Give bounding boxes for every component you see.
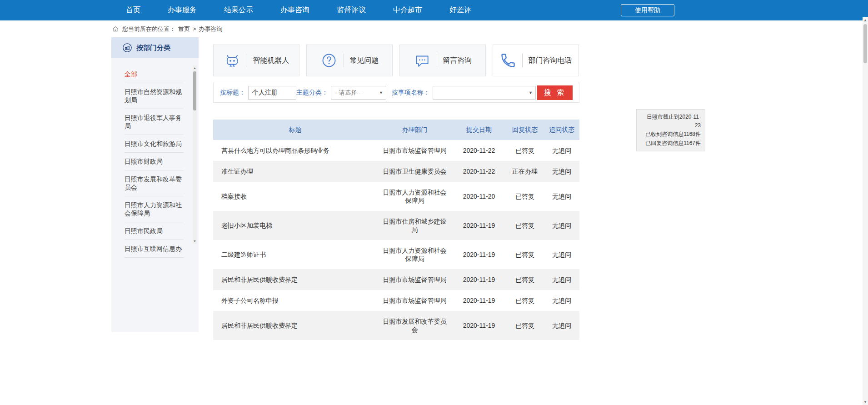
nav-item-home[interactable]: 首页 [126, 5, 140, 15]
row-followup-status: 无追问 [544, 182, 579, 211]
sidebar-item-human-resources[interactable]: 日照市人力资源和社会保障局 [125, 196, 184, 222]
breadcrumb-current: 办事咨询 [199, 25, 223, 33]
row-date: 2020-11-19 [452, 269, 506, 290]
nav-item-agency[interactable]: 中介超市 [393, 5, 422, 15]
nav-item-supervision[interactable]: 监督评议 [337, 5, 366, 15]
search-button[interactable]: 搜 索 [537, 85, 573, 100]
row-department: 日照市人力资源和社会保障局 [377, 240, 452, 269]
row-title[interactable]: 老旧小区加装电梯 [213, 211, 377, 240]
sidebar-item-all[interactable]: 全部 [125, 65, 184, 83]
item-name-select[interactable]: ▼ [433, 86, 536, 100]
row-followup-status: 无追问 [544, 290, 579, 311]
sidebar-title: 按部门分类 [136, 44, 170, 52]
sidebar-scrollbar-thumb[interactable] [193, 71, 196, 110]
top-nav: 首页 办事服务 结果公示 办事咨询 监督评议 中介超市 好差评 使用帮助 [0, 0, 868, 20]
sidebar-item-culture-tourism[interactable]: 日照市文化和旅游局 [125, 135, 184, 153]
row-date: 2020-11-19 [452, 290, 506, 311]
row-title[interactable]: 莒县什么地方可以办理商品条形码业务 [213, 140, 377, 161]
quicklink-phone-directory[interactable]: 部门咨询电话 [493, 45, 579, 76]
row-date: 2020-11-22 [452, 161, 506, 182]
sidebar-item-natural-resources[interactable]: 日照市自然资源和规划局 [125, 83, 184, 109]
row-title[interactable]: 外资子公司名称申报 [213, 290, 377, 311]
scroll-down-icon[interactable]: ▼ [863, 399, 868, 405]
help-button[interactable]: 使用帮助 [621, 4, 674, 16]
stats-line-3: 已回复咨询信息1167件 [641, 139, 701, 148]
sidebar-item-civil-affairs[interactable]: 日照市民政局 [125, 222, 184, 240]
chevron-down-icon: ▼ [379, 90, 383, 95]
category-select-value: --请选择-- [335, 89, 360, 97]
row-followup-status: 无追问 [544, 140, 579, 161]
row-reply-status: 已答复 [506, 240, 544, 269]
table-row[interactable]: 准生证办理 日照市卫生健康委员会 2020-11-22 正在办理 无追问 [213, 161, 579, 182]
search-bar: 按标题： 主题分类： --请选择-- ▼ 按事项名称： ▼ 搜 索 [213, 83, 579, 103]
card-divider [247, 54, 247, 67]
row-title[interactable]: 准生证办理 [213, 161, 377, 182]
row-followup-status: 无追问 [544, 269, 579, 290]
quicklink-label: 部门咨询电话 [529, 56, 572, 65]
card-divider [522, 54, 523, 67]
row-department: 日照市住房和城乡建设局 [377, 211, 452, 240]
sidebar-item-finance[interactable]: 日照市财政局 [125, 153, 184, 170]
scroll-up-icon[interactable]: ▲ [193, 65, 197, 70]
quicklink-smart-robot[interactable]: 智能机器人 [213, 45, 299, 76]
page-scrollbar[interactable]: ▲ ▼ [863, 17, 868, 405]
department-list: 全部 日照市自然资源和规划局 日照市退役军人事务局 日照市文化和旅游局 日照市财… [125, 65, 184, 258]
row-reply-status: 已答复 [506, 290, 544, 311]
row-reply-status: 已答复 [506, 140, 544, 161]
row-reply-status: 已答复 [506, 269, 544, 290]
breadcrumb-prefix: 您当前所在的位置： [122, 25, 175, 33]
scroll-down-icon[interactable]: ▼ [193, 239, 197, 244]
row-followup-status: 无追问 [544, 161, 579, 182]
category-label: 主题分类： [296, 89, 328, 97]
robot-icon [224, 52, 241, 69]
table-row[interactable]: 档案接收 日照市人力资源和社会保障局 2020-11-20 已答复 无追问 [213, 182, 579, 211]
table-row[interactable]: 居民和非居民供暖收费界定 日照市市场监督管理局 2020-11-19 已答复 无… [213, 269, 579, 290]
row-title[interactable]: 二级建造师证书 [213, 240, 377, 269]
sidebar-item-development-reform[interactable]: 日照市发展和改革委员会 [125, 170, 184, 196]
home-icon [112, 26, 119, 32]
question-icon [320, 52, 338, 69]
row-date: 2020-11-19 [452, 211, 506, 240]
row-title[interactable]: 档案接收 [213, 182, 377, 211]
row-reply-status: 已答复 [506, 211, 544, 240]
sidebar-item-veterans[interactable]: 日照市退役军人事务局 [125, 109, 184, 135]
row-followup-status: 无追问 [544, 211, 579, 240]
quicklink-label: 留言咨询 [443, 56, 472, 65]
category-icon [122, 43, 132, 53]
row-reply-status: 已答复 [506, 182, 544, 211]
card-divider [437, 54, 437, 67]
table-row[interactable]: 莒县什么地方可以办理商品条形码业务 日照市市场监督管理局 2020-11-22 … [213, 140, 579, 161]
row-date: 2020-11-20 [452, 182, 506, 211]
item-name-label: 按事项名称： [392, 89, 430, 97]
card-divider [344, 54, 344, 67]
nav-item-services[interactable]: 办事服务 [168, 5, 197, 15]
sidebar-scrollbar[interactable]: ▲ ▼ [193, 65, 197, 244]
nav-item-consult[interactable]: 办事咨询 [280, 5, 309, 15]
table-row[interactable]: 二级建造师证书 日照市人力资源和社会保障局 2020-11-19 已答复 无追问 [213, 240, 579, 269]
row-reply-status: 正在办理 [506, 161, 544, 182]
row-followup-status: 无追问 [544, 240, 579, 269]
sidebar-item-internet-info[interactable]: 日照市互联网信息办 [125, 240, 184, 258]
nav-items: 首页 办事服务 结果公示 办事咨询 监督评议 中介超市 好差评 [126, 5, 471, 15]
quicklink-message-consult[interactable]: 留言咨询 [399, 45, 486, 76]
table-header: 标题 办理部门 提交日期 回复状态 追问状态 [213, 120, 579, 140]
row-date: 2020-11-22 [452, 140, 506, 161]
row-date: 2020-11-19 [452, 240, 506, 269]
stats-line-2: 已收到咨询信息1168件 [641, 130, 701, 139]
table-row[interactable]: 居民和非居民供暖收费界定 日照市发展和改革委员会 2020-11-19 已答复 … [213, 311, 579, 340]
table-row[interactable]: 老旧小区加装电梯 日照市住房和城乡建设局 2020-11-19 已答复 无追问 [213, 211, 579, 240]
nav-item-results[interactable]: 结果公示 [224, 5, 253, 15]
scroll-up-icon[interactable]: ▲ [863, 17, 868, 23]
breadcrumb-home[interactable]: 首页 [178, 25, 190, 33]
row-title[interactable]: 居民和非居民供暖收费界定 [213, 311, 377, 340]
nav-item-rating[interactable]: 好差评 [449, 5, 471, 15]
page-scrollbar-thumb[interactable] [863, 24, 867, 63]
category-select[interactable]: --请选择-- ▼ [331, 86, 386, 100]
breadcrumb-separator: > [193, 25, 196, 32]
quicklink-faq[interactable]: 常见问题 [306, 45, 393, 76]
consultation-stats-box: 日照市截止到2020-11-23 已收到咨询信息1168件 已回复咨询信息116… [636, 109, 705, 151]
row-title[interactable]: 居民和非居民供暖收费界定 [213, 269, 377, 290]
stats-line-1: 日照市截止到2020-11-23 [641, 113, 701, 130]
title-search-input[interactable] [248, 86, 296, 100]
table-row[interactable]: 外资子公司名称申报 日照市市场监督管理局 2020-11-19 已答复 无追问 [213, 290, 579, 311]
